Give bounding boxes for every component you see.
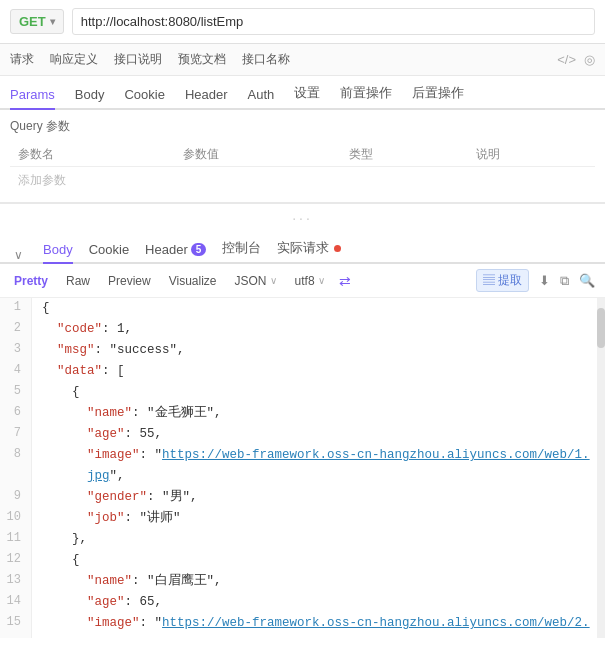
code-line-1: 1 { xyxy=(0,298,605,319)
response-tabs: ∨ Body Cookie Header 5 控制台 实际请求 xyxy=(0,232,605,264)
scrollbar-track[interactable] xyxy=(597,298,605,638)
resp-tab-body[interactable]: Body xyxy=(43,235,73,264)
line-content-7: "age": 55, xyxy=(32,424,605,445)
line-content-5: { xyxy=(32,382,605,403)
circle-icon[interactable]: ◎ xyxy=(584,52,595,67)
actual-request-dot xyxy=(334,245,341,252)
tab-post-op[interactable]: 后置操作 xyxy=(412,76,464,110)
line-num-15b xyxy=(0,634,32,638)
line-content-8b: jpg", xyxy=(32,466,605,487)
code-icon[interactable]: </> xyxy=(557,52,576,67)
header-tab-label: Header xyxy=(145,242,188,257)
subnav-item-preview-doc[interactable]: 预览文档 xyxy=(178,48,226,71)
tab-settings[interactable]: 设置 xyxy=(294,76,320,110)
method-selector[interactable]: GET ▾ xyxy=(10,9,64,34)
resp-tab-cookie[interactable]: Cookie xyxy=(89,235,129,264)
code-container: 1 { 2 "code": 1, 3 "msg": "success", 4 "… xyxy=(0,298,605,638)
code-line-7: 7 "age": 55, xyxy=(0,424,605,445)
tab-header[interactable]: Header xyxy=(185,79,228,110)
code-line-14: 14 "age": 65, xyxy=(0,592,605,613)
line-num-15: 15 xyxy=(0,613,32,634)
line-content-1: { xyxy=(32,298,605,319)
fmt-json-chev: ∨ xyxy=(270,275,277,286)
code-line-3: 3 "msg": "success", xyxy=(0,340,605,361)
extract-button[interactable]: ▤ 提取 xyxy=(476,269,529,292)
line-content-12: { xyxy=(32,550,605,571)
fmt-utf8-label: utf8 xyxy=(295,274,315,288)
search-icon[interactable]: 🔍 xyxy=(579,273,595,288)
query-params-title: Query 参数 xyxy=(10,118,595,135)
fmt-json-label: JSON xyxy=(235,274,267,288)
subnav-item-request[interactable]: 请求 xyxy=(10,48,34,71)
fmt-utf8-dropdown[interactable]: utf8 ∨ xyxy=(291,272,329,290)
fmt-preview[interactable]: Preview xyxy=(104,272,155,290)
add-param-label[interactable]: 添加参数 xyxy=(10,167,595,195)
download-icon[interactable]: ⬇ xyxy=(539,273,550,288)
code-line-15: 15 "image": "https://web-framework.oss-c… xyxy=(0,613,605,634)
tab-body[interactable]: Body xyxy=(75,79,105,110)
tab-auth[interactable]: Auth xyxy=(248,79,275,110)
subnav-item-interface-name[interactable]: 接口名称 xyxy=(242,48,290,71)
resp-tab-console[interactable]: 控制台 xyxy=(222,232,261,264)
line-content-8: "image": "https://web-framework.oss-cn-h… xyxy=(32,445,605,466)
line-content-15b: jpg", xyxy=(32,634,605,638)
add-param-row: 添加参数 xyxy=(10,167,595,195)
line-num-1: 1 xyxy=(0,298,32,319)
line-num-12: 12 xyxy=(0,550,32,571)
col-param-name: 参数名 xyxy=(10,143,175,167)
resp-tab-header[interactable]: Header 5 xyxy=(145,235,206,264)
scrollbar-thumb[interactable] xyxy=(597,308,605,348)
col-param-val: 参数值 xyxy=(175,143,340,167)
line-content-14: "age": 65, xyxy=(32,592,605,613)
code-line-12: 12 { xyxy=(0,550,605,571)
tab-params[interactable]: Params xyxy=(10,79,55,110)
code-line-15b: jpg", xyxy=(0,634,605,638)
line-num-3: 3 xyxy=(0,340,32,361)
line-content-6: "name": "金毛狮王", xyxy=(32,403,605,424)
format-bar: Pretty Raw Preview Visualize JSON ∨ utf8… xyxy=(0,264,605,298)
line-num-8: 8 xyxy=(0,445,32,466)
code-line-8: 8 "image": "https://web-framework.oss-cn… xyxy=(0,445,605,466)
fmt-pretty[interactable]: Pretty xyxy=(10,272,52,290)
top-bar: GET ▾ xyxy=(0,0,605,44)
line-num-14: 14 xyxy=(0,592,32,613)
code-line-5: 5 { xyxy=(0,382,605,403)
fmt-utf8-chev: ∨ xyxy=(318,275,325,286)
resp-tab-actual-request[interactable]: 实际请求 xyxy=(277,232,341,264)
line-num-6: 6 xyxy=(0,403,32,424)
line-content-3: "msg": "success", xyxy=(32,340,605,361)
col-desc: 说明 xyxy=(468,143,595,167)
line-num-2: 2 xyxy=(0,319,32,340)
fmt-json-dropdown[interactable]: JSON ∨ xyxy=(231,272,281,290)
subnav-icons: </> ◎ xyxy=(557,52,595,67)
url-input[interactable] xyxy=(72,8,595,35)
line-num-8b xyxy=(0,466,32,487)
tabs: Params Body Cookie Header Auth 设置 前置操作 后… xyxy=(0,76,605,110)
line-num-13: 13 xyxy=(0,571,32,592)
fmt-filter-icon[interactable]: ⇄ xyxy=(339,273,351,289)
fmt-icon-group: ▤ 提取 ⬇ ⧉ 🔍 xyxy=(476,269,595,292)
line-content-9: "gender": "男", xyxy=(32,487,605,508)
line-content-10: "job": "讲师" xyxy=(32,508,605,529)
line-num-5: 5 xyxy=(0,382,32,403)
query-params-section: Query 参数 参数名 参数值 类型 说明 添加参数 xyxy=(0,110,605,203)
fmt-visualize[interactable]: Visualize xyxy=(165,272,221,290)
code-line-4: 4 "data": [ xyxy=(0,361,605,382)
sub-nav: 请求 响应定义 接口说明 预览文档 接口名称 </> ◎ xyxy=(0,44,605,76)
actual-request-label: 实际请求 xyxy=(277,239,329,257)
code-line-2: 2 "code": 1, xyxy=(0,319,605,340)
code-line-10: 10 "job": "讲师" xyxy=(0,508,605,529)
subnav-item-response-def[interactable]: 响应定义 xyxy=(50,48,98,71)
method-chevron: ▾ xyxy=(50,16,55,27)
code-line-6: 6 "name": "金毛狮王", xyxy=(0,403,605,424)
tab-pre-op[interactable]: 前置操作 xyxy=(340,76,392,110)
line-content-13: "name": "白眉鹰王", xyxy=(32,571,605,592)
tab-cookie[interactable]: Cookie xyxy=(124,79,164,110)
line-num-9: 9 xyxy=(0,487,32,508)
collapse-arrow[interactable]: ∨ xyxy=(10,248,27,262)
subnav-item-interface-desc[interactable]: 接口说明 xyxy=(114,48,162,71)
copy-icon[interactable]: ⧉ xyxy=(560,273,569,289)
params-table: 参数名 参数值 类型 说明 添加参数 xyxy=(10,143,595,194)
fmt-raw[interactable]: Raw xyxy=(62,272,94,290)
code-line-11: 11 }, xyxy=(0,529,605,550)
